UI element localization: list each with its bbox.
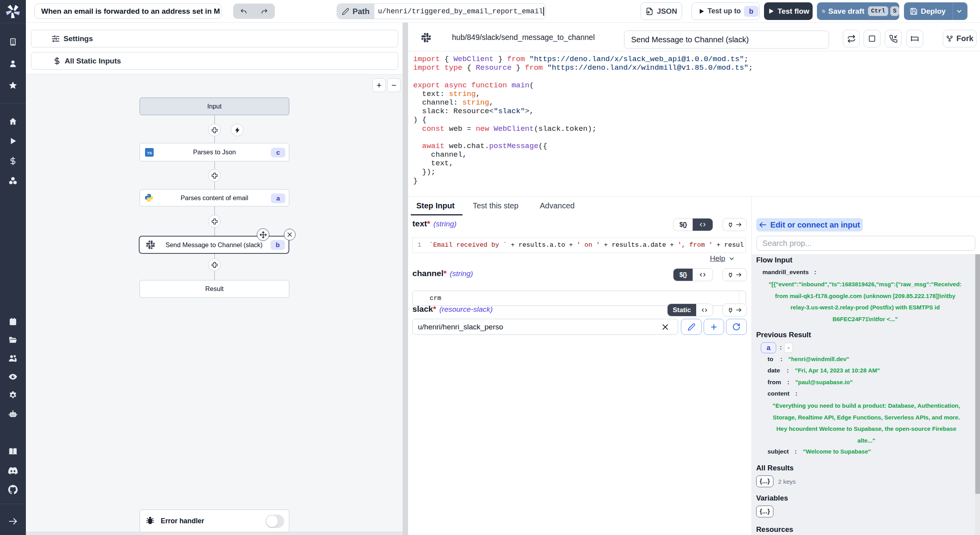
svg-text:TS: TS	[147, 151, 152, 155]
